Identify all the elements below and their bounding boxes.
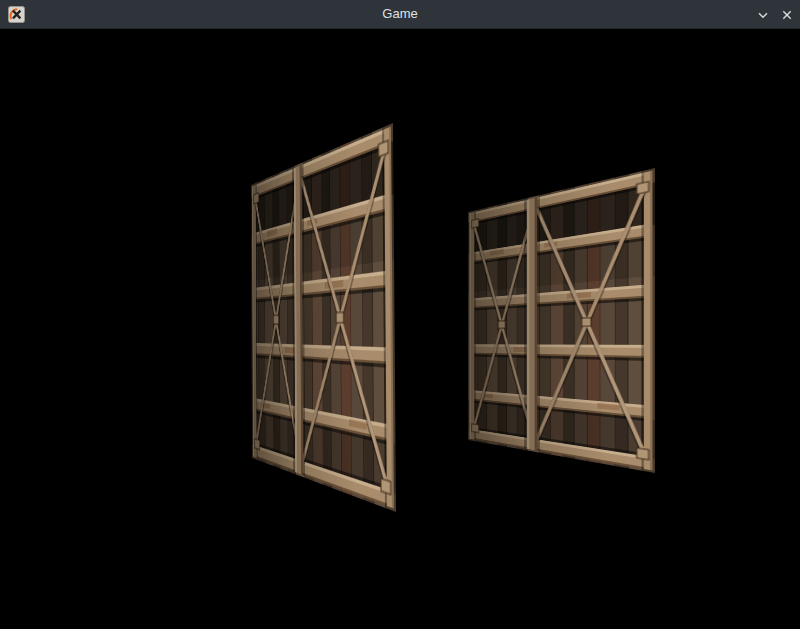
minimize-button[interactable] [755, 7, 771, 23]
close-button[interactable] [779, 7, 795, 23]
panel-shade-overlay [251, 123, 396, 512]
game-viewport[interactable] [0, 0, 800, 629]
wood-panel-left [251, 123, 396, 512]
app-icon[interactable] [8, 6, 25, 23]
titlebar[interactable]: Game [0, 0, 800, 29]
panel-shade-overlay [468, 168, 655, 473]
window-title: Game [0, 0, 800, 29]
wood-panel-right [468, 168, 655, 473]
window-controls [755, 0, 800, 29]
game-window: Game [0, 0, 800, 629]
